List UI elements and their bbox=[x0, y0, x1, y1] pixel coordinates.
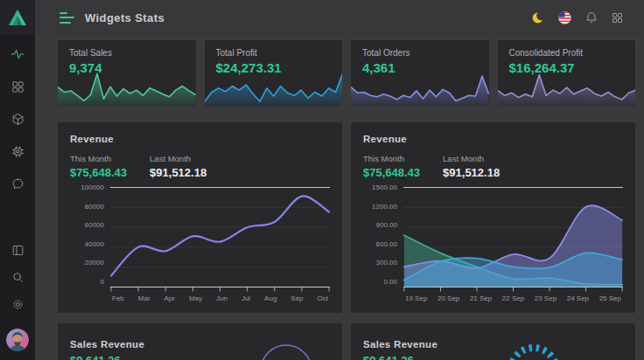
sidebar-top-group bbox=[10, 47, 24, 190]
last-month-label: Last Month bbox=[150, 154, 206, 163]
x-axis-labels: 19 Sep 20 Sep 21 Sep 22 Sep 23 Sep 24 Se… bbox=[403, 294, 623, 302]
stat-card-total-orders[interactable]: Total Orders 4,361 bbox=[351, 40, 489, 107]
revenue-stats: This Month $75,648.43 Last Month $91,512… bbox=[363, 154, 623, 179]
stat-card-consolidated-profit[interactable]: Consolidated Profit $16,264.37 bbox=[498, 40, 636, 107]
sidebar bbox=[0, 0, 35, 360]
sidebar-item-settings[interactable] bbox=[10, 297, 24, 311]
y-axis-labels: 1500.00 1200.00 900.00 600.00 300.00 0.0… bbox=[363, 184, 403, 286]
sidebar-item-layout[interactable] bbox=[10, 243, 24, 257]
chat-bubble-icon bbox=[11, 177, 24, 190]
revenue-stats: This Month $75,648.43 Last Month $91,512… bbox=[70, 154, 330, 179]
sparkline-chart bbox=[498, 70, 636, 107]
stat-cards-row: Total Sales 9,374 Total Profit $24,273.3… bbox=[58, 40, 635, 107]
stat-card-total-sales[interactable]: Total Sales 9,374 bbox=[58, 40, 196, 107]
grid-apps-icon bbox=[611, 11, 624, 24]
sales-revenue-value: $9,641.26 bbox=[363, 354, 623, 360]
top-header: Widgets Stats bbox=[35, 0, 644, 35]
header-actions bbox=[531, 10, 625, 25]
sidebar-bottom-group bbox=[10, 243, 24, 311]
stat-label: Total Orders bbox=[362, 48, 489, 58]
stat-label: Total Sales bbox=[69, 48, 196, 58]
sidebar-item-messages[interactable] bbox=[10, 177, 24, 190]
this-month-label: This Month bbox=[363, 154, 420, 163]
sidebar-item-search[interactable] bbox=[10, 270, 24, 284]
grid-dashboard-icon bbox=[11, 80, 24, 93]
this-month-label: This Month bbox=[70, 154, 127, 163]
user-avatar[interactable] bbox=[6, 329, 29, 351]
sidebar-item-packages[interactable] bbox=[10, 112, 24, 126]
sales-revenue-card-left: Sales Revenue $9,641.26 bbox=[58, 323, 342, 360]
gear-icon bbox=[11, 298, 24, 311]
sidebar-item-system[interactable] bbox=[10, 144, 24, 158]
hamburger-menu-icon[interactable] bbox=[60, 12, 74, 24]
box-package-icon bbox=[11, 113, 24, 126]
sparkline-chart bbox=[351, 70, 489, 107]
layout-panel-icon bbox=[11, 244, 24, 257]
this-month-value: $75,648.43 bbox=[363, 166, 420, 179]
revenue-card-monthly: Revenue This Month $75,648.43 Last Month… bbox=[58, 122, 342, 313]
sales-revenue-value: $9,641.26 bbox=[70, 354, 330, 360]
sidebar-item-activity[interactable] bbox=[10, 47, 24, 61]
main-content: Total Sales 9,374 Total Profit $24,273.3… bbox=[35, 35, 644, 360]
page-title: Widgets Stats bbox=[85, 11, 164, 24]
cpu-chip-icon bbox=[11, 145, 24, 158]
sidebar-item-dashboard[interactable] bbox=[10, 80, 24, 93]
sales-revenue-row: Sales Revenue $9,641.26 Sales Revenue $9… bbox=[58, 323, 635, 360]
app-logo[interactable] bbox=[0, 0, 35, 35]
dark-mode-toggle[interactable] bbox=[531, 10, 546, 25]
revenue-cards-row: Revenue This Month $75,648.43 Last Month… bbox=[58, 122, 635, 313]
us-flag-icon bbox=[557, 10, 572, 25]
last-month-value: $91,512.18 bbox=[443, 166, 500, 179]
stat-label: Total Profit bbox=[216, 48, 343, 58]
activity-pulse-icon bbox=[10, 47, 24, 61]
apps-menu-button[interactable] bbox=[610, 10, 625, 25]
last-month-label: Last Month bbox=[443, 154, 500, 163]
x-axis-labels: Feb Mar Apr May Jun Jul Aug Sep Oct bbox=[110, 294, 330, 302]
avatar-image bbox=[6, 329, 29, 351]
plot-area[interactable] bbox=[110, 187, 330, 288]
language-selector[interactable] bbox=[557, 10, 572, 25]
stat-label: Consolidated Profit bbox=[509, 48, 636, 58]
sparkline-chart bbox=[205, 70, 343, 107]
this-month-value: $75,648.43 bbox=[70, 166, 127, 179]
stat-card-total-profit[interactable]: Total Profit $24,273.31 bbox=[205, 40, 343, 107]
card-title: Revenue bbox=[70, 134, 330, 144]
moon-icon bbox=[531, 10, 546, 25]
plot-area[interactable] bbox=[403, 187, 623, 288]
area-chart: 1500.00 1200.00 900.00 600.00 300.00 0.0… bbox=[363, 187, 623, 302]
triangle-logo-icon bbox=[8, 9, 27, 26]
line-chart: 100000 80000 60000 40000 20000 0 Feb Mar… bbox=[70, 187, 330, 302]
card-title: Sales Revenue bbox=[363, 339, 623, 350]
notifications-button[interactable] bbox=[584, 10, 598, 25]
revenue-card-daily: Revenue This Month $75,648.43 Last Month… bbox=[351, 122, 635, 313]
bell-icon bbox=[584, 10, 598, 24]
sales-revenue-card-right: Sales Revenue $9,641.26 bbox=[351, 323, 635, 360]
last-month-value: $91,512.18 bbox=[150, 166, 206, 179]
card-title: Revenue bbox=[363, 134, 623, 144]
sparkline-chart bbox=[58, 70, 196, 107]
y-axis-labels: 100000 80000 60000 40000 20000 0 bbox=[70, 184, 110, 286]
card-title: Sales Revenue bbox=[70, 339, 330, 350]
search-icon bbox=[11, 271, 24, 284]
